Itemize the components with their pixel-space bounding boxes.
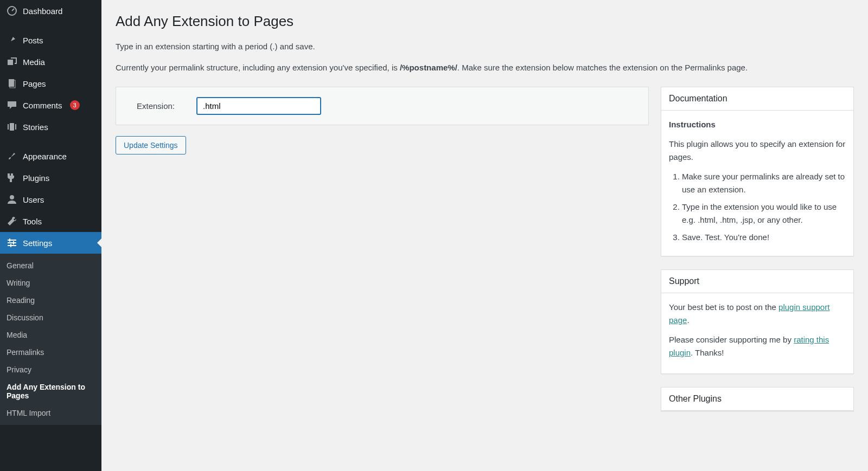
sidebar-item-stories[interactable]: Stories: [0, 116, 101, 138]
support-line-2: Please consider supporting me by rating …: [669, 333, 846, 359]
extension-form: Extension:: [116, 87, 649, 125]
svg-rect-9: [8, 242, 16, 243]
submenu-privacy[interactable]: Privacy: [0, 361, 101, 378]
submenu-add-any-extension[interactable]: Add Any Extension to Pages: [0, 378, 101, 404]
user-icon: [7, 194, 17, 205]
sidebar-label: Media: [23, 57, 45, 67]
instructions-list: Make sure your permalinks are already se…: [669, 170, 846, 244]
extension-label: Extension:: [137, 101, 175, 111]
sidebar-label: Plugins: [23, 173, 49, 183]
sidebar-label: Comments: [23, 101, 62, 110]
sidebar-label: Appearance: [23, 152, 67, 161]
submenu-writing[interactable]: Writing: [0, 274, 101, 292]
sidebar-item-settings[interactable]: Settings: [0, 232, 101, 254]
svg-rect-6: [15, 124, 16, 130]
submenu-discussion[interactable]: Discussion: [0, 309, 101, 326]
svg-rect-4: [10, 123, 14, 131]
instructions-lead: This plugin allows you to specify an ext…: [669, 138, 846, 164]
sidebar-label: Stories: [23, 122, 48, 132]
media-icon: [7, 56, 17, 67]
intro-line-2: Currently your permalink structure, incl…: [116, 62, 854, 74]
sidebar-label: Dashboard: [23, 7, 62, 16]
sidebar-item-comments[interactable]: Comments 3: [0, 94, 101, 116]
documentation-heading: Documentation: [661, 87, 853, 111]
plug-icon: [7, 172, 17, 183]
support-panel: Support Your best bet is to post on the …: [661, 269, 854, 374]
settings-submenu: General Writing Reading Discussion Media…: [0, 254, 101, 425]
sidebar-label: Posts: [23, 36, 43, 45]
sidebar-item-dashboard[interactable]: Dashboard: [0, 0, 101, 22]
sidebar-item-appearance[interactable]: Appearance: [0, 145, 101, 167]
instruction-step: Make sure your permalinks are already se…: [682, 170, 846, 196]
instructions-heading: Instructions: [669, 118, 846, 131]
update-settings-button[interactable]: Update Settings: [116, 136, 186, 154]
page-title: Add Any Extension to Pages: [116, 5, 854, 32]
page-icon: [7, 78, 17, 89]
extension-input[interactable]: [196, 97, 321, 115]
sidebar-item-plugins[interactable]: Plugins: [0, 167, 101, 189]
comment-icon: [7, 100, 17, 111]
support-line-1: Your best bet is to post on the plugin s…: [669, 301, 846, 327]
intro-line-1: Type in an extension starting with a per…: [116, 41, 854, 53]
submenu-permalinks[interactable]: Permalinks: [0, 344, 101, 361]
main-content: Add Any Extension to Pages Type in an ex…: [101, 0, 868, 471]
sidebar-label: Tools: [23, 217, 42, 226]
submenu-media[interactable]: Media: [0, 326, 101, 344]
instruction-step: Save. Test. You're done!: [682, 231, 846, 244]
sidebar-item-pages[interactable]: Pages: [0, 73, 101, 94]
submenu-reading[interactable]: Reading: [0, 292, 101, 309]
sidebar-label: Settings: [23, 238, 52, 248]
sidebar-label: Users: [23, 195, 44, 204]
other-plugins-panel: Other Plugins: [661, 387, 854, 411]
wrench-icon: [7, 216, 17, 227]
svg-rect-8: [8, 240, 16, 241]
submenu-general[interactable]: General: [0, 257, 101, 274]
documentation-panel: Documentation Instructions This plugin a…: [661, 87, 854, 256]
sidebar-item-media[interactable]: Media: [0, 51, 101, 73]
svg-rect-13: [10, 244, 11, 247]
sliders-icon: [7, 237, 17, 248]
svg-rect-5: [8, 124, 9, 130]
support-heading: Support: [661, 270, 853, 293]
brush-icon: [7, 151, 17, 162]
instruction-step: Type in the extension you would like to …: [682, 201, 846, 227]
sidebar-label: Pages: [23, 79, 46, 88]
comments-badge: 3: [70, 100, 80, 110]
submenu-html-import[interactable]: HTML Import: [0, 404, 101, 422]
stories-icon: [7, 121, 17, 132]
svg-rect-1: [8, 60, 13, 65]
admin-sidebar: Dashboard Posts Media Pages Comments 3 S…: [0, 0, 101, 471]
dashboard-icon: [7, 5, 17, 16]
other-plugins-heading: Other Plugins: [661, 388, 853, 411]
sidebar-item-posts[interactable]: Posts: [0, 29, 101, 51]
svg-rect-10: [8, 245, 16, 246]
svg-point-7: [10, 195, 14, 199]
sidebar-item-users[interactable]: Users: [0, 189, 101, 210]
svg-rect-11: [9, 238, 10, 242]
sidebar-item-tools[interactable]: Tools: [0, 210, 101, 232]
svg-rect-12: [13, 241, 14, 244]
pin-icon: [7, 35, 17, 46]
